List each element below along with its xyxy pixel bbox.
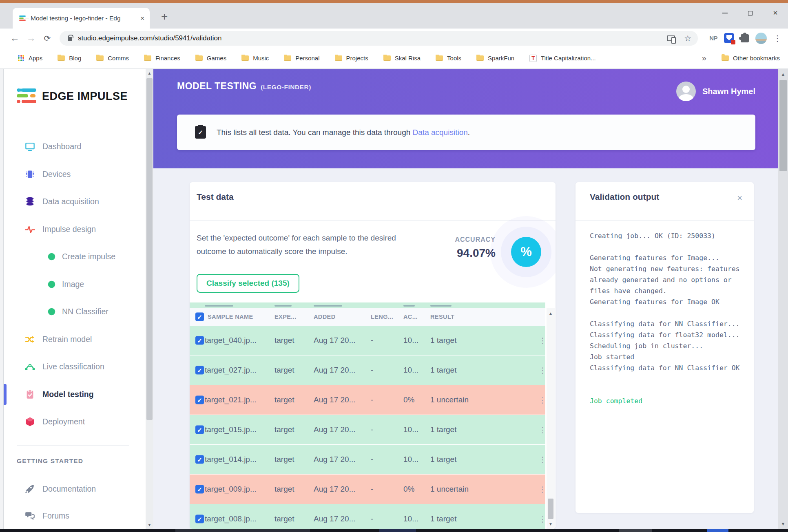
sidebar-item-label: Retrain model — [42, 335, 92, 344]
table-row[interactable]: ✓target_027.jp...targetAug 17 20...-10..… — [190, 355, 545, 385]
maximize-button[interactable] — [737, 3, 763, 23]
cell-length: - — [371, 485, 373, 494]
scrollbar-thumb[interactable] — [779, 80, 787, 171]
sidebar-item-label: Dashboard — [42, 142, 81, 151]
column-added[interactable]: ADDED — [314, 313, 336, 320]
sidebar-item-nn-classifier[interactable]: NN Classifier — [4, 298, 146, 326]
table-row[interactable]: ✓target_008.jp...targetAug 17 20...-10..… — [190, 504, 545, 529]
row-menu-icon[interactable]: ⋮ — [539, 514, 547, 524]
edge-impulse-logo[interactable]: EDGE IMPULSE — [17, 88, 128, 105]
bookmark-skal-risa[interactable]: Skal Risa — [383, 55, 421, 62]
column-result[interactable]: RESULT — [430, 313, 454, 320]
bookmark-tools[interactable]: Tools — [436, 55, 461, 62]
scroll-up-icon[interactable]: ▲ — [146, 71, 153, 75]
folder-icon — [96, 55, 104, 61]
sidebar-item-label: NN Classifier — [62, 307, 108, 316]
cell-added: Aug 17 20... — [314, 455, 355, 464]
column-expected[interactable]: EXPE... — [274, 313, 297, 320]
row-checkbox[interactable]: ✓ — [195, 336, 204, 345]
sidebar-item-documentation[interactable]: Documentation — [4, 475, 146, 502]
page-title: MODEL TESTING — [177, 81, 257, 92]
folder-icon — [241, 55, 249, 61]
row-checkbox[interactable]: ✓ — [195, 485, 204, 494]
column-length[interactable]: LENG... — [371, 313, 393, 320]
column-accuracy[interactable]: AC... — [403, 313, 418, 320]
bookmarks-overflow-chevron[interactable]: » — [702, 53, 706, 63]
bookmark-games[interactable]: Games — [195, 55, 226, 62]
close-button[interactable]: ✕ — [763, 3, 788, 23]
sidebar-item-create-impulse[interactable]: Create impulse — [4, 243, 146, 271]
table-scrollbar[interactable]: ▲ ▼ — [547, 308, 555, 529]
other-bookmarks[interactable]: Other bookmarks — [722, 55, 780, 62]
sidebar-item-devices[interactable]: Devices — [4, 161, 146, 188]
row-menu-icon[interactable]: ⋮ — [539, 395, 547, 405]
browser-profile-avatar[interactable] — [755, 33, 767, 44]
table-row[interactable]: ✓target_015.jp...targetAug 17 20...-10..… — [190, 415, 545, 444]
bookmark-personal[interactable]: Personal — [284, 55, 319, 62]
row-menu-icon[interactable]: ⋮ — [539, 336, 547, 345]
bookmark-star-icon[interactable]: ☆ — [684, 33, 691, 43]
page-scrollbar[interactable]: ▲ ▼ — [778, 69, 788, 529]
table-row[interactable]: ✓target_009.jp...targetAug 17 20...-0%1 … — [190, 475, 545, 504]
scroll-up-icon[interactable]: ▲ — [547, 311, 555, 316]
sidebar-item-forums[interactable]: Forums — [4, 502, 146, 529]
scroll-down-icon[interactable]: ▼ — [146, 523, 153, 527]
row-checkbox[interactable]: ✓ — [195, 426, 204, 434]
bookmark-finances[interactable]: Finances — [144, 55, 180, 62]
select-all-checkbox[interactable]: ✓ — [195, 313, 204, 321]
bookmark-title-capitalization[interactable]: TTitle Capitalization... — [529, 55, 596, 62]
tab-close-icon[interactable]: ✕ — [140, 15, 145, 22]
sidebar-item-retrain-model[interactable]: Retrain model — [4, 326, 146, 353]
bookmark-sparkfun[interactable]: SparkFun — [476, 55, 514, 62]
browser-menu-icon[interactable]: ⋮ — [773, 33, 781, 43]
row-menu-icon[interactable]: ⋮ — [539, 485, 547, 494]
data-acquisition-link[interactable]: Data acquisition — [413, 128, 468, 137]
row-checkbox[interactable]: ✓ — [195, 455, 204, 464]
table-row[interactable]: ✓target_014.jp...targetAug 17 20...-10..… — [190, 445, 545, 474]
row-menu-icon[interactable]: ⋮ — [539, 366, 547, 375]
sidebar-item-data-acquisition[interactable]: Data acquisition — [4, 188, 146, 216]
forward-button[interactable]: → — [23, 33, 39, 44]
row-checkbox[interactable]: ✓ — [195, 396, 204, 404]
sidebar-item-image[interactable]: Image — [4, 271, 146, 298]
minimize-button[interactable] — [712, 3, 737, 23]
sidebar-item-model-testing[interactable]: Model testing — [4, 381, 146, 408]
scroll-down-icon[interactable]: ▼ — [778, 521, 788, 526]
extension-bitwarden-icon[interactable] — [724, 33, 734, 43]
extensions-puzzle-icon[interactable] — [741, 34, 749, 42]
extension-np-icon[interactable]: NP — [709, 35, 717, 42]
table-row[interactable]: ✓target_021.jp...targetAug 17 20...-0%1 … — [190, 385, 545, 415]
bookmark-projects[interactable]: Projects — [335, 55, 368, 62]
sidebar-item-dashboard[interactable]: Dashboard — [4, 133, 146, 161]
scroll-up-icon[interactable]: ▲ — [778, 72, 788, 77]
row-menu-icon[interactable]: ⋮ — [539, 425, 547, 435]
row-checkbox[interactable]: ✓ — [195, 366, 204, 375]
sidebar-item-deployment[interactable]: Deployment — [4, 408, 146, 436]
bookmark-music[interactable]: Music — [241, 55, 269, 62]
sidebar-item-impulse-design[interactable]: Impulse design — [4, 216, 146, 243]
row-checkbox[interactable]: ✓ — [195, 515, 204, 523]
scrollbar-thumb[interactable] — [146, 78, 153, 420]
send-to-device-icon[interactable] — [667, 35, 675, 41]
reload-button[interactable]: ⟳ — [39, 33, 55, 43]
bookmarks-bar: AppsBlogCommsFinancesGamesMusicPersonalP… — [0, 48, 788, 69]
table-row[interactable]: ✓target_040.jp...targetAug 17 20...-10..… — [190, 326, 545, 355]
title-capitalization-favicon: T — [529, 55, 537, 62]
new-tab-button[interactable]: + — [161, 10, 168, 23]
sidebar-item-live-classification[interactable]: Live classification — [4, 353, 146, 381]
column-sample-name[interactable]: SAMPLE NAME — [208, 313, 253, 320]
back-button[interactable]: ← — [7, 33, 23, 44]
user-menu[interactable]: Shawn Hymel — [676, 82, 755, 101]
row-menu-icon[interactable]: ⋮ — [539, 455, 547, 464]
bookmark-blog[interactable]: Blog — [58, 55, 81, 62]
scroll-down-icon[interactable]: ▼ — [547, 522, 555, 526]
bookmark-comms[interactable]: Comms — [96, 55, 129, 62]
classify-selected-button[interactable]: Classify selected (135) — [197, 274, 299, 293]
sidebar-item-label: Image — [62, 280, 84, 289]
close-icon[interactable]: × — [737, 193, 742, 203]
scrollbar-thumb[interactable] — [548, 499, 553, 519]
sidebar-scrollbar[interactable]: ▲ ▼ — [146, 69, 153, 529]
address-bar[interactable]: studio.edgeimpulse.com/studio/5941/valid… — [60, 31, 698, 46]
browser-tab[interactable]: Model testing - lego-finder - Edg ✕ — [13, 8, 150, 29]
bookmark-apps[interactable]: Apps — [18, 55, 42, 62]
